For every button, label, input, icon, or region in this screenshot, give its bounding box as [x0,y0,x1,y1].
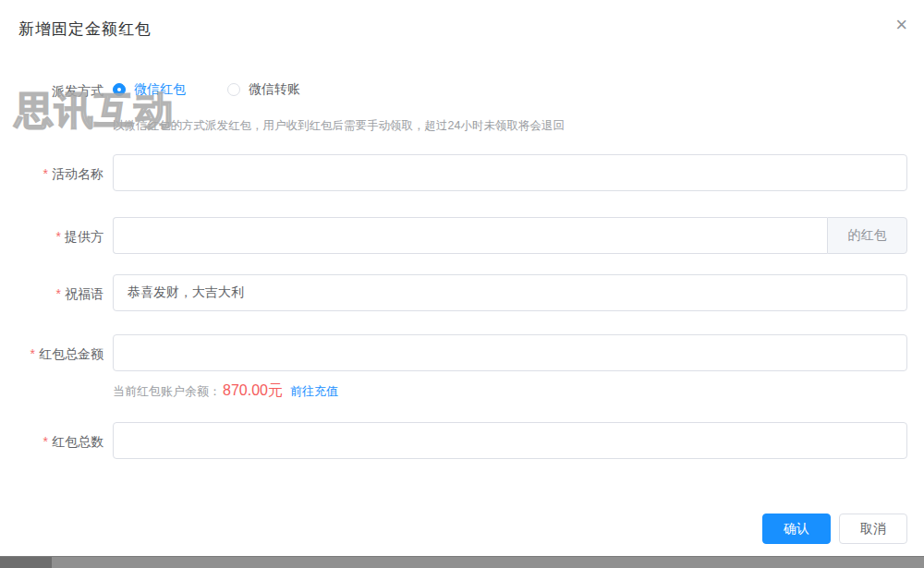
balance-line: 当前红包账户余额： 870.00元 前往充值 [113,381,338,401]
dialog-title: 新增固定金额红包 [18,18,152,40]
radio-wechat-transfer-label: 微信转账 [249,81,300,98]
close-icon[interactable]: × [895,15,907,35]
provider-label: *提供方 [0,229,103,246]
radio-selected-icon[interactable] [113,83,126,96]
radio-wechat-transfer[interactable]: 微信转账 [227,81,300,98]
balance-label: 当前红包账户余额： [113,383,221,400]
radio-wechat-redpacket-label: 微信红包 [134,81,186,98]
scrollbar-thumb[interactable] [0,557,52,568]
recharge-link[interactable]: 前往充值 [290,383,338,400]
provider-input-suffix: 的红包 [827,217,907,254]
dispatch-help-text: 以微信红包的方式派发红包，用户收到红包后需要手动领取，超过24小时未领取将会退回 [113,118,565,134]
required-asterisk: * [56,229,61,244]
activity-name-input[interactable] [113,154,907,191]
dispatch-method-radio-group: 微信红包 微信转账 [113,81,300,98]
blessing-input[interactable] [113,274,907,311]
cancel-button[interactable]: 取消 [839,514,907,544]
provider-input[interactable] [113,217,827,254]
provider-input-group: 的红包 [113,217,907,254]
required-asterisk: * [43,166,48,181]
dispatch-method-label: 派发方式 [0,83,103,100]
total-count-label: *红包总数 [0,434,103,451]
total-amount-label: *红包总金额 [0,346,103,363]
required-asterisk: * [56,286,61,301]
total-count-input[interactable] [113,422,907,459]
required-asterisk: * [30,346,35,361]
total-amount-input[interactable] [113,334,907,371]
activity-name-label: *活动名称 [0,166,103,183]
radio-wechat-redpacket[interactable]: 微信红包 [113,81,186,98]
horizontal-scrollbar[interactable] [0,556,924,568]
add-red-packet-dialog: 新增固定金额红包 × 思讯互动 派发方式 微信红包 微信转账 以微信红包的方式派… [0,0,924,568]
balance-amount: 870.00元 [223,381,283,401]
blessing-label: *祝福语 [0,286,103,303]
required-asterisk: * [43,434,48,449]
confirm-button[interactable]: 确认 [762,514,831,544]
radio-unselected-icon[interactable] [227,83,240,96]
